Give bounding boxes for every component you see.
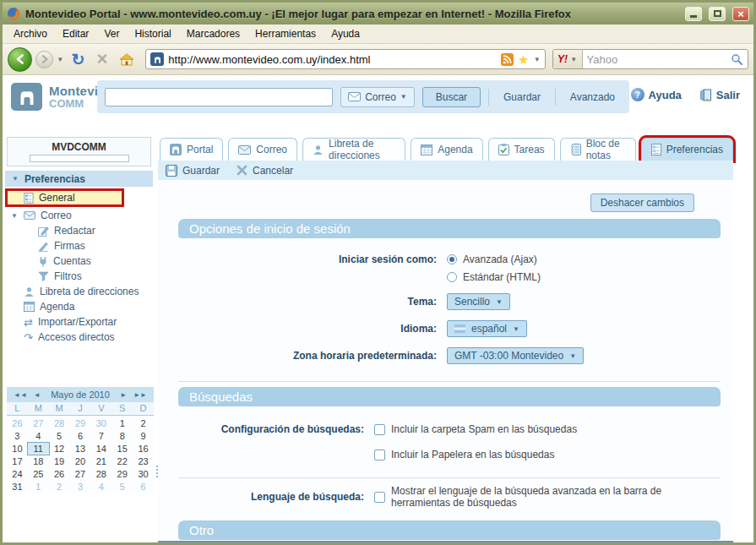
cancel-button[interactable]: Cancelar	[237, 165, 293, 177]
calendar-day[interactable]: 8	[111, 430, 133, 442]
sidebar-item-cuentas[interactable]: Cuentas	[5, 253, 153, 269]
minimize-button[interactable]	[685, 7, 702, 21]
tab-portal[interactable]: Portal	[160, 138, 223, 161]
sidebar-item-general[interactable]: General	[5, 188, 124, 207]
calendar-day[interactable]: 7	[90, 430, 111, 442]
history-dropdown-icon[interactable]: ▾	[57, 55, 64, 63]
web-search-box[interactable]: Y! ▾	[552, 49, 748, 69]
calendar-day[interactable]: 9	[133, 430, 154, 442]
checkbox-include-trash[interactable]: Incluir la Papelera en las búsquedas	[374, 449, 554, 461]
undo-changes-button[interactable]: Deshacer cambios	[590, 193, 694, 212]
calendar-day[interactable]: 10	[7, 443, 28, 455]
calendar-day[interactable]: 6	[70, 430, 91, 442]
search-scope-button[interactable]: Correo ▼	[340, 87, 415, 107]
calendar-day[interactable]: 2	[49, 481, 70, 493]
menu-ver[interactable]: Ver	[96, 25, 127, 42]
url-text[interactable]: http://www.montevideo.com.uy/index.html	[168, 53, 497, 66]
timezone-dropdown[interactable]: GMT -03:00 Montevideo ▼	[447, 347, 584, 364]
forward-button[interactable]	[35, 51, 53, 68]
menu-editar[interactable]: Editar	[55, 25, 96, 42]
bookmark-star-icon[interactable]: ★	[518, 53, 529, 66]
calendar-day[interactable]: 21	[90, 455, 111, 467]
calendar-day[interactable]: 29	[70, 417, 91, 429]
sidebar-item-libreta[interactable]: Libreta de direcciones	[5, 284, 153, 299]
sidebar-item-filtros[interactable]: Filtros	[5, 269, 153, 284]
menu-archivo[interactable]: Archivo	[6, 25, 55, 42]
calendar-day[interactable]: 12	[49, 443, 70, 455]
calendar-day[interactable]: 28	[49, 417, 70, 429]
calendar-day[interactable]: 3	[7, 430, 28, 442]
calendar-day[interactable]: 27	[70, 468, 91, 480]
calendar-day[interactable]: 26	[7, 417, 28, 429]
collapse-triangle-icon[interactable]: ▼	[11, 212, 18, 220]
calendar-day[interactable]: 5	[111, 481, 133, 493]
calendar-day[interactable]: 24	[7, 468, 28, 480]
calendar-day[interactable]: 31	[7, 481, 28, 493]
radio-avanzada[interactable]: Avanzada (Ajax)	[447, 253, 541, 265]
tab-bloc[interactable]: Bloc de notas	[560, 138, 636, 161]
calendar-day[interactable]: 27	[28, 417, 49, 429]
calendar-day[interactable]: 26	[49, 468, 70, 480]
url-bar[interactable]: http://www.montevideo.com.uy/index.html …	[145, 49, 546, 69]
tab-agenda[interactable]: Agenda	[411, 138, 482, 161]
tab-libreta[interactable]: Libreta de direcciones	[302, 138, 405, 161]
checkbox-include-spam[interactable]: Incluir la carpeta Spam en las búsquedas	[374, 423, 577, 435]
search-engine-button[interactable]: Y! ▾	[553, 50, 583, 68]
menu-historial[interactable]: Historial	[127, 25, 178, 42]
collapse-triangle-icon[interactable]: ▼	[12, 175, 19, 183]
sidebar-item-correo[interactable]: ▼ Correo	[5, 208, 153, 223]
mail-search-input[interactable]	[105, 88, 333, 106]
save-search-button[interactable]: Guardar	[497, 91, 547, 103]
calendar-day[interactable]: 14	[90, 443, 111, 455]
url-dropdown-icon[interactable]: ▾	[533, 55, 541, 63]
tab-correo[interactable]: Correo	[228, 138, 297, 161]
calendar-day[interactable]: 23	[133, 455, 154, 467]
language-dropdown[interactable]: español ▼	[447, 320, 527, 337]
preferences-tree-header[interactable]: ▼ Preferencias	[5, 171, 153, 187]
sidebar-item-agenda[interactable]: Agenda	[5, 299, 153, 314]
refresh-button[interactable]: ↻	[68, 52, 90, 68]
sidebar-item-accesos[interactable]: ↷ Accesos directos	[5, 330, 153, 345]
back-button[interactable]	[8, 47, 32, 72]
calendar-day[interactable]: 17	[7, 455, 28, 467]
prev-year-icon[interactable]: ◄◄	[10, 391, 30, 399]
menu-ayuda[interactable]: Ayuda	[324, 25, 367, 42]
calendar-day[interactable]: 13	[70, 443, 91, 455]
calendar-day[interactable]: 20	[70, 455, 91, 467]
checkbox-show-search-language[interactable]: Mostrar el lenguaje de la búsqueda avanz…	[374, 485, 721, 509]
web-search-input[interactable]	[583, 53, 731, 66]
calendar-day[interactable]: 1	[111, 417, 133, 429]
calendar-day[interactable]: 19	[49, 455, 70, 467]
search-button[interactable]: Buscar	[422, 87, 481, 107]
calendar-day[interactable]: 25	[28, 468, 49, 480]
calendar-day[interactable]: 18	[28, 455, 49, 467]
calendar-day[interactable]: 1	[28, 481, 49, 493]
home-button[interactable]	[115, 53, 139, 66]
maximize-button[interactable]	[709, 7, 726, 21]
sidebar-item-importar[interactable]: ⇄ Importar/Exportar	[5, 314, 153, 330]
calendar-day[interactable]: 16	[133, 443, 154, 455]
advanced-search-button[interactable]: Avanzado	[563, 91, 622, 103]
calendar-day[interactable]: 4	[28, 430, 49, 442]
theme-dropdown[interactable]: Sencillo ▼	[447, 293, 510, 310]
save-button[interactable]: Guardar	[166, 165, 220, 177]
calendar-day[interactable]: 22	[111, 455, 133, 467]
menu-herramientas[interactable]: Herramientas	[247, 25, 324, 42]
calendar-day[interactable]: 6	[133, 481, 154, 493]
sidebar-item-redactar[interactable]: Redactar	[5, 223, 153, 238]
radio-estandar[interactable]: Estándar (HTML)	[447, 271, 541, 283]
calendar-day[interactable]: 11	[28, 443, 49, 455]
help-link[interactable]: ? Ayuda	[631, 88, 682, 101]
calendar-day[interactable]: 15	[111, 443, 133, 455]
calendar-day[interactable]: 4	[90, 481, 111, 493]
calendar-day[interactable]: 28	[90, 468, 111, 480]
calendar-day[interactable]: 5	[49, 430, 70, 442]
close-button[interactable]: ×	[732, 7, 749, 21]
calendar-day[interactable]: 2	[133, 417, 154, 429]
menu-marcadores[interactable]: Marcadores	[179, 25, 247, 42]
next-year-icon[interactable]: ►►	[130, 391, 150, 399]
calendar-day[interactable]: 30	[90, 417, 111, 429]
stop-button[interactable]: ×	[92, 50, 111, 68]
calendar-title[interactable]: Mayo de 2010	[44, 390, 117, 400]
rss-icon[interactable]	[501, 53, 514, 66]
